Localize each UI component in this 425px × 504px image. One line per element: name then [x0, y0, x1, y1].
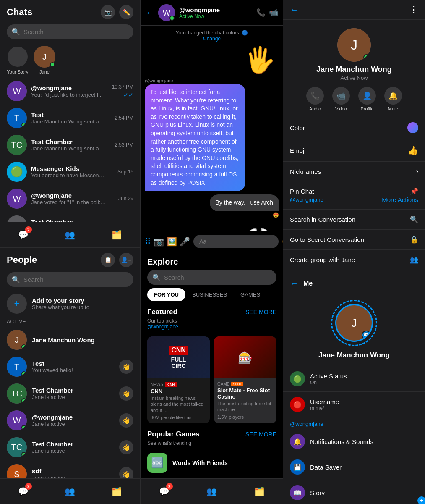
secret-conversation[interactable]: Go to Secret Conversation 🔒 — [283, 230, 425, 250]
nav-chats-explore[interactable]: 💬 2 — [156, 483, 173, 500]
call-icon[interactable]: 📞 — [256, 8, 266, 17]
color-setting[interactable]: Color — [283, 116, 425, 139]
chat-item-testchamber2[interactable]: TC Test Chamber Jane: 😁 May 20 — [0, 212, 140, 222]
people-item-sdf[interactable]: S sdf Jane is active 👋 — [0, 461, 140, 478]
more-actions-text[interactable]: More Actions — [382, 196, 418, 203]
people-item-jane[interactable]: J Jane Manchun Wong — [0, 326, 140, 353]
nav-people-btn[interactable]: 👥 — [62, 226, 78, 243]
words-with-friends-item[interactable]: 🔤 Words With Friends — [141, 449, 283, 476]
slot-card-name: Slot Mate - Free Slot Casino — [217, 387, 273, 400]
people-search-bar[interactable]: 🔍 — [7, 272, 133, 287]
cnn-card-desc: Instant breaking news alerts and the mos… — [151, 395, 206, 413]
audio-action[interactable]: 📞 Audio — [306, 87, 324, 111]
data-saver-pref[interactable]: 💾 Data Saver — [283, 454, 425, 480]
wave-btn-wmj[interactable]: 👋 — [119, 413, 133, 428]
profile-label: Profile — [360, 106, 373, 111]
jane-story-item[interactable]: J Jane — [34, 46, 55, 74]
camera-input-icon[interactable]: 📷 — [154, 236, 164, 247]
notifications-pref[interactable]: 🔔 Notifications & Sounds — [283, 429, 425, 454]
nav-chats-btn[interactable]: 💬 2 — [15, 226, 32, 243]
add-contact-icon[interactable]: 👤+ — [119, 253, 133, 267]
nav-people-explore[interactable]: 👥 — [203, 483, 220, 500]
people-item-testchamber[interactable]: TC Test Chamber Jane is active 👋 — [0, 380, 140, 407]
emoji-setting[interactable]: Emoji 👍 — [283, 139, 425, 162]
nav-discover-explore[interactable]: 🗂️ — [251, 483, 268, 500]
nav-chats-btn2[interactable]: 💬 2 — [15, 483, 32, 500]
me-label: Me — [303, 280, 313, 287]
lock-icon: 🔒 — [410, 236, 418, 244]
right-panel-header: ← ⋮ — [283, 0, 425, 20]
explore-search-bar[interactable]: 🔍 — [147, 270, 276, 285]
message-input[interactable] — [193, 235, 279, 248]
read-check-icon: ✓✓ — [123, 92, 133, 98]
profile-section: J Jane Manchun Wong Active Now 📞 Audio 📹… — [283, 20, 425, 116]
people-item-test[interactable]: T Test You waved hello! 👋 — [0, 353, 140, 380]
mute-action[interactable]: 🔔 Mute — [384, 87, 402, 111]
people-item-wongmjane[interactable]: W @wongmjane Jane is active 👋 — [0, 407, 140, 434]
slot-card-meta: 1.5M players — [217, 415, 273, 420]
cnn-card-meta: 30M people like this — [151, 415, 206, 420]
popular-games-see-more[interactable]: SEE MORE — [245, 431, 276, 438]
profile-online-dot — [363, 54, 370, 61]
featured-see-more[interactable]: SEE MORE — [245, 309, 276, 315]
nav-people-btn2[interactable]: 👥 — [62, 483, 78, 500]
preferences-section: 🟢 Active Status On 🔴 Username m.me/ @won… — [283, 366, 425, 504]
audio-label: Audio — [309, 106, 321, 111]
people-search-input[interactable] — [23, 276, 128, 283]
cnn-card[interactable]: CNN FULLCIRC NEWS CNN CNN Instant breaki… — [147, 336, 210, 423]
color-dot — [407, 122, 418, 133]
tab-businesses[interactable]: BUSINESSES — [185, 288, 234, 301]
video-call-icon[interactable]: 📹 — [269, 8, 278, 17]
nav-discover-btn2[interactable]: 🗂️ — [108, 483, 125, 500]
username-pref[interactable]: 🔴 Username m.me/ — [283, 392, 425, 417]
create-group[interactable]: Create group with Jane 👥 — [283, 250, 425, 270]
active-status-pref[interactable]: 🟢 Active Status On — [283, 366, 425, 392]
chat-item-testchamber[interactable]: TC Test Chamber Jane Manchun Wong sent a… — [0, 131, 140, 158]
right-back-button[interactable]: ← — [290, 5, 298, 15]
story-pref[interactable]: 📖 Story — [283, 480, 425, 504]
chats-section: Chats 📷 ✏️ 🔍 + Your Story — [0, 0, 140, 248]
chat-item-wongmjane2[interactable]: W @wongmjane Jane voted for "1" in the p… — [0, 185, 140, 212]
chat-item-test[interactable]: T Test Jane Manchun Wong sent an actio..… — [0, 105, 140, 131]
video-action[interactable]: 📹 Video — [332, 87, 350, 111]
settings-list: Color Emoji 👍 Nicknames › Pin Chat 📌 @wo… — [283, 116, 425, 273]
me-back-icon[interactable]: ← — [290, 278, 298, 288]
video-icon: 📹 — [332, 87, 350, 105]
wave-btn-tc[interactable]: 👋 — [119, 386, 133, 401]
chats-search-input[interactable] — [23, 28, 128, 35]
nav-discover-btn[interactable]: 🗂️ — [108, 226, 125, 243]
nicknames-setting[interactable]: Nicknames › — [283, 162, 425, 181]
wave-btn-tc2[interactable]: 👋 — [119, 440, 133, 454]
camera-icon[interactable]: 📷 — [101, 5, 115, 19]
story-icon: 📖 — [290, 485, 305, 500]
add-story-plus-icon: + — [7, 294, 27, 314]
photo-icon[interactable]: 🖼️ — [167, 236, 177, 247]
wave-btn-test[interactable]: 👋 — [119, 360, 133, 374]
right-menu-icon[interactable]: ⋮ — [409, 4, 418, 15]
chat-item-messenger-kids[interactable]: 🟢 Messenger Kids You agreed to have Mess… — [0, 158, 140, 185]
mute-icon: 🔔 — [384, 87, 402, 105]
tab-for-you[interactable]: FOR YOU — [147, 288, 185, 301]
explore-search-input[interactable] — [164, 274, 271, 281]
tab-games[interactable]: GAMES — [234, 288, 267, 301]
mic-icon[interactable]: 🎤 — [180, 236, 190, 247]
people-wmj-avatar: W — [7, 410, 27, 430]
back-button[interactable]: ← — [146, 8, 154, 18]
people-item-testchamber2[interactable]: TC Test Chamber Jane is active 👋 — [0, 434, 140, 461]
wave-btn-sdf[interactable]: 👋 — [119, 467, 133, 478]
profile-action-btn[interactable]: 👤 Profile — [358, 87, 376, 111]
slot-card[interactable]: 🎰 GAME SLOT Slot Mate - Free Slot Casino… — [214, 336, 276, 423]
search-in-conversation[interactable]: Search in Conversation 🔍 — [283, 210, 425, 230]
add-story-btn[interactable]: + Add to your story Share what you're up… — [0, 290, 140, 317]
chats-search-bar[interactable]: 🔍 — [7, 24, 133, 39]
compose-icon[interactable]: ✏️ — [119, 5, 133, 19]
profile-card-avatar-wrapper: J 💬 — [331, 300, 377, 346]
grid-icon[interactable]: ⠿ — [145, 236, 151, 247]
chat-item-wongmjane[interactable]: W @wongmjane You: I'd just like to inter… — [0, 78, 140, 105]
your-story-item[interactable]: + Your Story — [7, 46, 29, 74]
profile-card-avatar: J 💬 — [335, 304, 373, 342]
color-label: Color — [290, 124, 305, 131]
pin-chat-setting[interactable]: Pin Chat 📌 @wongmjane More Actions — [283, 181, 425, 210]
contacts-icon[interactable]: 📋 — [101, 253, 115, 267]
change-link[interactable]: Change — [203, 36, 221, 42]
